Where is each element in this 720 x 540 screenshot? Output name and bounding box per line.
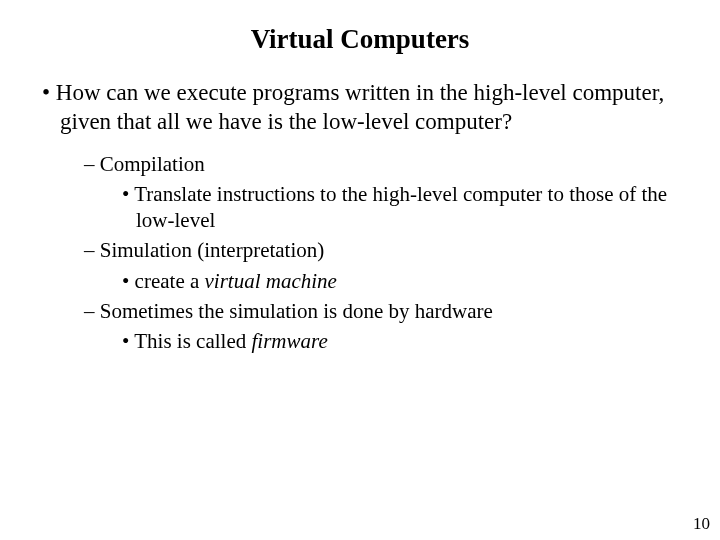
page-number: 10 [693, 514, 710, 534]
sub-item-hardware: Sometimes the simulation is done by hard… [20, 298, 700, 324]
sub-item-simulation-detail: create a virtual machine [20, 268, 700, 294]
sub-item-simulation: Simulation (interpretation) [20, 237, 700, 263]
main-bullet: How can we execute programs written in t… [20, 79, 700, 137]
sub-item-compilation: Compilation [20, 151, 700, 177]
text-prefix: This is called [134, 329, 251, 353]
slide-title: Virtual Computers [20, 24, 700, 55]
italic-term-firmware: firmware [251, 329, 327, 353]
sub-item-compilation-detail: Translate instructions to the high-level… [20, 181, 700, 234]
text-prefix: create a [135, 269, 205, 293]
sub-item-hardware-detail: This is called firmware [20, 328, 700, 354]
italic-term-virtual-machine: virtual machine [205, 269, 337, 293]
